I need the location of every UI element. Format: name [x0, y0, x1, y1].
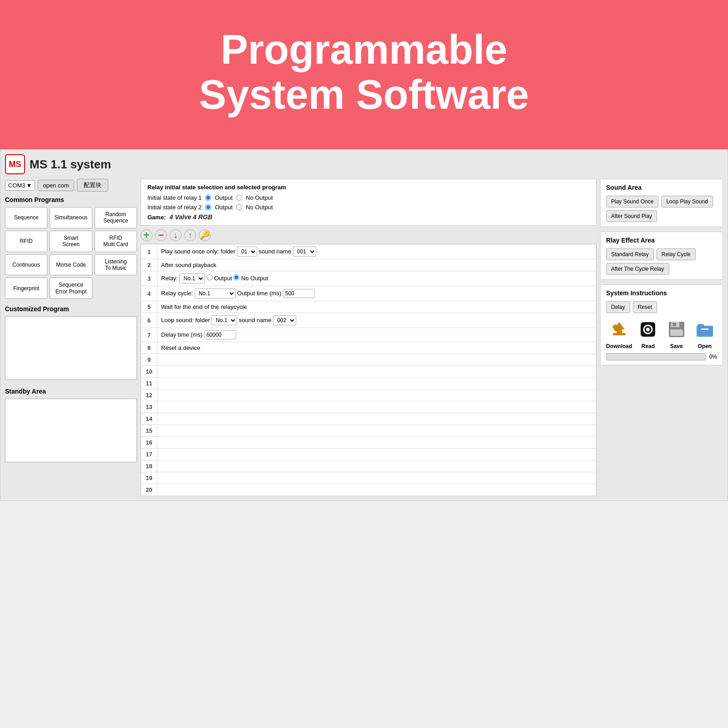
relay3-output-radio[interactable]	[207, 274, 212, 280]
row-content	[157, 389, 597, 401]
relay-config-title: Relay initial state selection and select…	[147, 184, 590, 191]
row-number: 11	[141, 378, 157, 389]
prog-btn-sequence[interactable]: Sequence	[5, 207, 47, 228]
open-label: Open	[698, 343, 712, 349]
svg-rect-10	[701, 329, 708, 330]
download-icon	[607, 318, 631, 341]
key-button[interactable]: 🔑	[199, 229, 211, 241]
prog-btn-rfid[interactable]: RFID	[5, 231, 47, 252]
download-label: Download	[606, 343, 632, 349]
common-programs-section: Common Programs Sequence Simultaneous Ra…	[5, 196, 137, 299]
row-content: Loop sound: folder No.1 sound name 002	[157, 313, 597, 328]
row-number: 18	[141, 460, 157, 472]
relay-cycle-button[interactable]: Relay Cycle	[657, 248, 696, 260]
table-row: 7 Delay time (ms)	[141, 328, 597, 342]
sound-name-label-6: sound name	[239, 317, 272, 324]
delay-button[interactable]: Delay	[606, 301, 630, 313]
save-icon	[665, 318, 688, 341]
table-row: 14	[141, 413, 597, 425]
row-number: 16	[141, 437, 157, 449]
right-panel: Sound Area Play Sound Once Loop Play Sou…	[600, 179, 723, 365]
prog-btn-fingerprint[interactable]: Fingerprint	[5, 278, 47, 299]
save-label: Save	[670, 343, 683, 349]
port-select[interactable]: COM3 ▼	[5, 180, 35, 191]
relay1-nooutput-radio[interactable]	[236, 195, 242, 201]
relay3-nooutput-radio[interactable]	[233, 274, 239, 280]
row-number: 12	[141, 389, 157, 401]
reset-button[interactable]: Reset	[633, 301, 657, 313]
open-com-button[interactable]: open com	[38, 180, 74, 191]
table-row: 10	[141, 366, 597, 378]
game-label: Game:	[147, 214, 166, 221]
add-button[interactable]: +	[141, 229, 152, 241]
row-content	[157, 472, 597, 484]
down-arrow-icon: ↓	[174, 231, 178, 240]
key-icon: 🔑	[200, 230, 210, 240]
app-title: MS 1.1 system	[30, 157, 111, 172]
row-content: After sound playback	[157, 259, 597, 271]
row-number: 9	[141, 354, 157, 366]
relay1-output-radio[interactable]	[205, 195, 211, 201]
row-number: 17	[141, 449, 157, 460]
standard-relay-button[interactable]: Standard Relay	[606, 248, 654, 260]
row-content	[157, 401, 597, 413]
row-content: Wait for the end of the relaycycle	[157, 301, 597, 313]
relay2-output-radio[interactable]	[205, 204, 211, 210]
row-content	[157, 460, 597, 472]
sound-area-box: Sound Area Play Sound Once Loop Play Sou…	[600, 179, 723, 227]
relay-select-3[interactable]: No.1	[179, 273, 205, 283]
sound-name-label: sound name	[259, 248, 292, 255]
row-number: 8	[141, 342, 157, 354]
loop-play-sound-button[interactable]: Loop Play Sound	[661, 196, 713, 207]
app-window: MS MS 1.1 system COM3 ▼ open com 配置块 Com…	[0, 149, 728, 501]
reset-device-text: Reset a device	[161, 344, 200, 351]
svg-rect-9	[672, 323, 676, 326]
after-sound-play-button[interactable]: After Sound Play	[606, 210, 657, 222]
config-button[interactable]: 配置块	[77, 179, 108, 192]
customized-textarea[interactable]	[5, 316, 137, 380]
download-action[interactable]: Download	[606, 318, 632, 349]
prog-btn-sequence-error[interactable]: SequenceError Prompt	[50, 278, 92, 299]
loop-sound-select-6[interactable]: 002	[273, 315, 296, 325]
move-down-button[interactable]: ↓	[170, 229, 182, 241]
program-table: 1 Play sound once only: folder 01 sound …	[141, 244, 597, 496]
row-content: Relay cycle: No.1 Output time (ms)	[157, 286, 597, 301]
loop-sound-label-6: Loop sound: folder	[161, 317, 210, 324]
relay1-output-label: Output	[215, 194, 233, 201]
folder-select-1[interactable]: 01	[237, 247, 257, 257]
standby-textarea[interactable]	[5, 399, 137, 462]
move-up-button[interactable]: ↑	[184, 229, 196, 241]
remove-button[interactable]: −	[155, 229, 167, 241]
app-logo: MS	[5, 154, 25, 174]
delay-time-label-7: Delay time (ms)	[161, 331, 202, 338]
prog-btn-simultaneous[interactable]: Simultaneous	[50, 207, 92, 228]
play-sound-once-text: Play sound once only: folder	[161, 248, 235, 255]
row-content	[157, 354, 597, 366]
after-cycle-relay-button[interactable]: After The Cycle Relay	[606, 263, 669, 275]
table-row: 4 Relay cycle: No.1 Output time (ms)	[141, 286, 597, 301]
prog-btn-rfid-multi[interactable]: RFIDMulti Card	[95, 231, 137, 252]
prog-btn-morse[interactable]: Morse Code	[50, 254, 92, 276]
loop-folder-select-6[interactable]: No.1	[212, 315, 237, 325]
table-row: 18	[141, 460, 597, 472]
relay2-nooutput-radio[interactable]	[236, 204, 242, 210]
table-row: 8 Reset a device	[141, 342, 597, 354]
open-action[interactable]: Open	[693, 318, 717, 349]
prog-btn-continuous[interactable]: Continuous	[5, 254, 47, 276]
save-action[interactable]: Save	[664, 318, 689, 349]
prog-btn-listening[interactable]: ListeningTo Music	[95, 254, 137, 276]
relay-cycle-select-4[interactable]: No.1	[195, 288, 236, 298]
table-row: 9	[141, 354, 597, 366]
delay-time-input-7[interactable]	[204, 330, 236, 339]
sound-select-1[interactable]: 001	[293, 247, 316, 257]
read-label: Read	[642, 343, 655, 349]
relay3-output-label: Output	[214, 275, 232, 282]
play-sound-once-button[interactable]: Play Sound Once	[606, 196, 658, 207]
prog-btn-smart-screen[interactable]: SmartScreen	[50, 231, 92, 252]
standby-title: Standby Area	[5, 388, 137, 395]
relay-effect-buttons: Standard Relay Relay Cycle After The Cyc…	[606, 248, 717, 275]
output-time-input-4[interactable]	[283, 289, 315, 298]
prog-btn-random-sequence[interactable]: RandomSequence	[95, 207, 137, 228]
action-icons: Download Read	[606, 318, 717, 349]
read-action[interactable]: Read	[636, 318, 660, 349]
